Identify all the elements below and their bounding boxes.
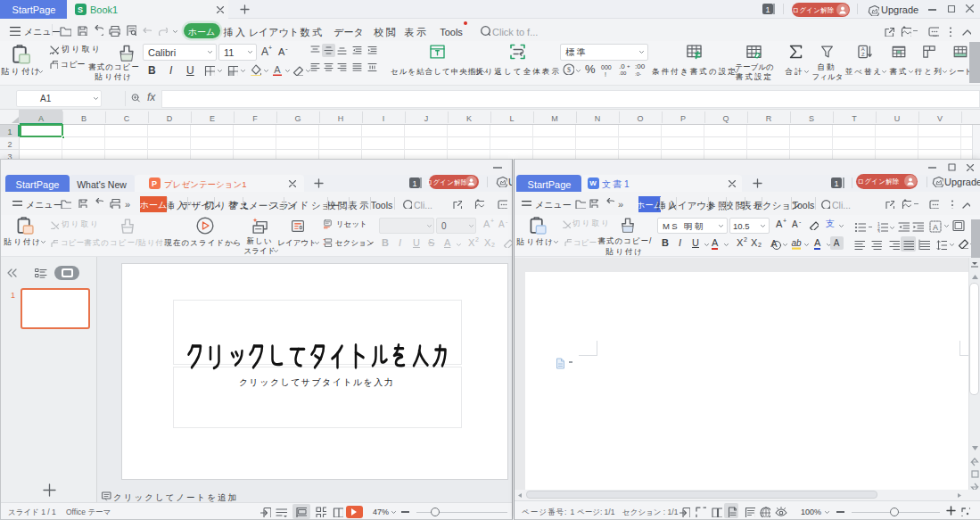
svg-text:Z: Z: [861, 52, 865, 57]
svg-text:ab: ab: [791, 238, 802, 248]
svg-text:A: A: [274, 64, 281, 75]
svg-text:A: A: [861, 46, 865, 52]
svg-text:A: A: [770, 238, 778, 249]
svg-text:$: $: [567, 66, 571, 74]
svg-text:3: 3: [877, 229, 880, 233]
svg-text:A: A: [933, 223, 938, 232]
